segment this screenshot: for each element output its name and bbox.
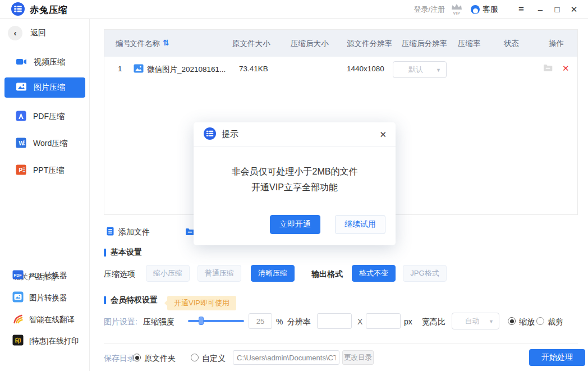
login-register-link[interactable]: 登录/注册 <box>414 4 445 15</box>
save-dir-label: 保存目录: <box>104 354 137 364</box>
resolution-height-input[interactable] <box>366 313 401 329</box>
sidebar-item-online-print[interactable]: 印 [特惠]在线打印 <box>12 335 79 347</box>
pdf-icon <box>16 111 26 123</box>
scale-radio-label: 缩放 <box>519 317 535 327</box>
dialog-title: 提示 <box>222 129 238 140</box>
maximize-button[interactable]: □ <box>549 4 566 14</box>
col-src-res: 源文件分辨率 <box>347 39 392 49</box>
resolution-width-input[interactable] <box>317 313 352 329</box>
open-vip-button[interactable]: 立即开通 <box>270 215 320 234</box>
aspect-ratio-label: 宽高比 <box>422 317 445 327</box>
sidebar-item-pdf-compress[interactable]: PDF压缩 <box>4 107 85 127</box>
continue-trial-button[interactable]: 继续试用 <box>335 215 385 234</box>
sidebar-item-ppt-compress[interactable]: P PPT压缩 <box>4 161 85 181</box>
translate-brush-icon <box>12 313 24 326</box>
cell-no: 1 <box>118 65 122 73</box>
word-icon: W <box>16 138 26 150</box>
section-bar-icon <box>104 296 106 304</box>
delete-row-icon[interactable]: ✕ <box>562 63 569 74</box>
out-resolution-select[interactable]: 默认 ▼ <box>393 61 447 78</box>
menu-icon[interactable]: ≡ <box>513 4 530 15</box>
sidebar-item-video-compress[interactable]: 视频压缩 <box>4 52 85 72</box>
dialog-message: 非会员仅可处理小于2MB的文件 开通VIP立享全部功能 <box>194 164 396 195</box>
original-folder-radio[interactable] <box>133 354 141 361</box>
title-bar: 赤兔压缩 登录/注册 VIP 客服 ≡ – □ ✕ <box>0 0 588 19</box>
cell-orig-size: 73.41KB <box>239 65 268 73</box>
svg-text:P: P <box>19 167 23 173</box>
option-shrink-compress[interactable]: 缩小压缩 <box>146 265 190 282</box>
image-settings-label: 图片设置: <box>104 317 137 327</box>
back-button[interactable]: ‹ 返回 <box>8 26 46 40</box>
image-icon <box>16 82 27 93</box>
customer-service-button[interactable]: 客服 <box>471 4 498 15</box>
brand: 赤兔压缩 <box>11 2 68 18</box>
table-header: 编号 文件名称 ⇅ 原文件大小 压缩后大小 源文件分辨率 压缩后分辨率 压缩率 … <box>104 30 577 57</box>
sidebar-item-word-compress[interactable]: W Word压缩 <box>4 134 85 154</box>
save-path-input[interactable] <box>233 350 339 365</box>
col-status: 状态 <box>504 39 519 49</box>
dialog-close-icon[interactable]: ✕ <box>379 130 387 140</box>
cell-src-res: 1440x1080 <box>347 65 384 73</box>
open-folder-icon[interactable] <box>543 64 553 74</box>
file-image-icon <box>134 64 144 75</box>
sidebar-item-image-compress[interactable]: 图片压缩 <box>4 77 85 98</box>
back-arrow-icon: ‹ <box>8 26 22 40</box>
vip-required-badge: 开通VIP即可使用 <box>167 296 236 310</box>
svg-text:印: 印 <box>15 337 21 344</box>
col-out-res: 压缩后分辨率 <box>402 39 447 49</box>
print-icon: 印 <box>12 335 24 347</box>
resolution-label: 分辨率 <box>287 317 311 327</box>
app-title: 赤兔压缩 <box>30 4 68 16</box>
option-clear-compress[interactable]: 清晰压缩 <box>251 265 295 282</box>
output-format-label: 输出格式 <box>311 269 343 280</box>
chevron-down-icon: ▼ <box>489 319 494 324</box>
dialog-message-line1: 非会员仅可处理小于2MB的文件 <box>194 164 396 180</box>
px-unit: px <box>404 317 412 326</box>
slider-handle[interactable] <box>199 317 204 325</box>
svg-text:PDF: PDF <box>14 273 22 277</box>
bottom-divider <box>104 343 578 343</box>
dialog-logo-icon <box>204 127 216 142</box>
section-bar-icon <box>104 249 106 257</box>
col-orig-size: 原文件大小 <box>232 39 270 49</box>
crop-radio[interactable] <box>536 317 544 325</box>
change-dir-button[interactable]: 更改目录 <box>342 350 374 365</box>
custom-folder-radio[interactable] <box>191 354 199 361</box>
col-filename: 文件名称 <box>130 39 160 49</box>
sidebar-item-pdf-converter[interactable]: PDF PDF转换器 <box>12 270 67 281</box>
percent-unit: % <box>276 317 283 326</box>
col-no: 编号 <box>116 39 131 49</box>
minimize-button[interactable]: – <box>532 4 549 14</box>
scale-radio[interactable] <box>508 317 516 325</box>
add-file-label: 添加文件 <box>118 227 150 237</box>
basic-settings-heading: 基本设置 <box>104 248 142 258</box>
video-icon <box>16 57 27 68</box>
ppt-icon: P <box>16 164 26 177</box>
sidebar: ‹ 返回 视频压缩 图片压缩 PDF压缩 W Word压缩 P PPT压缩 相关… <box>0 19 90 371</box>
start-process-button[interactable]: 开始处理 <box>529 349 585 366</box>
strength-value-input[interactable] <box>249 313 272 329</box>
add-file-button[interactable]: 添加文件 <box>107 227 150 238</box>
format-keep-original[interactable]: 格式不变 <box>352 265 396 282</box>
service-label: 客服 <box>483 4 498 15</box>
option-normal-compress[interactable]: 普通压缩 <box>197 265 241 282</box>
close-button[interactable]: ✕ <box>566 4 582 15</box>
strength-label: 压缩强度 <box>143 317 174 327</box>
vip-crown-icon[interactable]: VIP <box>451 3 463 15</box>
original-folder-label: 原文件夹 <box>144 354 176 364</box>
format-jpg[interactable]: JPG格式 <box>403 265 447 282</box>
app-window: 赤兔压缩 登录/注册 VIP 客服 ≡ – □ ✕ ‹ 返回 视频压缩 <box>0 0 588 371</box>
col-comp-size: 压缩后大小 <box>291 39 329 49</box>
sidebar-item-online-translate[interactable]: 智能在线翻译 <box>12 313 75 326</box>
col-operation: 操作 <box>549 39 564 49</box>
titlebar-actions: 登录/注册 VIP 客服 ≡ – □ ✕ <box>414 0 582 19</box>
sort-icon[interactable]: ⇅ <box>163 38 169 47</box>
strength-slider[interactable] <box>188 320 244 322</box>
vip-prompt-dialog: 提示 ✕ 非会员仅可处理小于2MB的文件 开通VIP立享全部功能 立即开通 继续… <box>194 122 396 245</box>
dialog-header: 提示 ✕ <box>194 122 396 147</box>
times-label: X <box>357 317 362 326</box>
sidebar-item-image-converter[interactable]: 图片转换器 <box>12 291 67 304</box>
aspect-ratio-select[interactable]: 自动 ▼ <box>452 313 499 329</box>
service-avatar-icon <box>471 5 480 14</box>
col-ratio: 压缩率 <box>458 39 481 49</box>
